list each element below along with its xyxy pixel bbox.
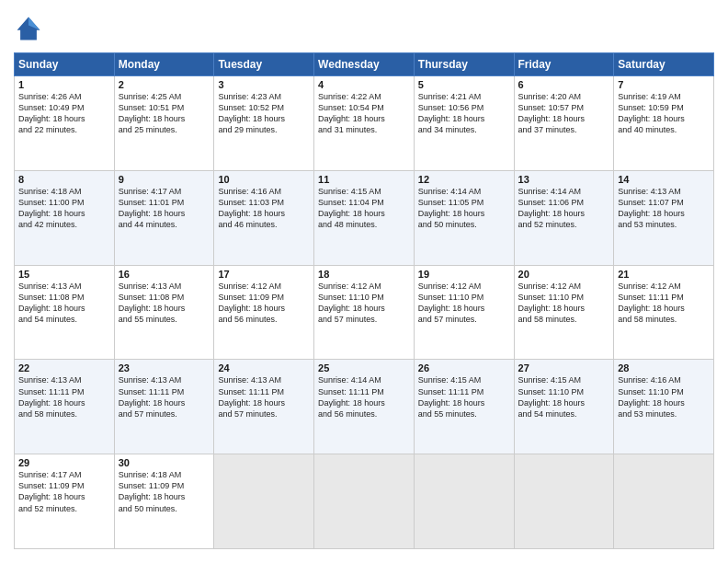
weekday-header: Friday xyxy=(514,53,614,76)
day-number: 27 xyxy=(518,362,610,373)
calendar-cell xyxy=(214,454,314,549)
day-number: 10 xyxy=(218,174,310,185)
day-number: 5 xyxy=(418,79,510,90)
cell-info: Sunrise: 4:13 AMSunset: 11:07 PMDaylight… xyxy=(618,186,710,231)
calendar-cell: 16Sunrise: 4:13 AMSunset: 11:08 PMDaylig… xyxy=(114,265,214,360)
cell-info: Sunrise: 4:18 AMSunset: 11:09 PMDaylight… xyxy=(119,469,210,514)
cell-info: Sunrise: 4:14 AMSunset: 11:06 PMDaylight… xyxy=(518,186,610,231)
day-number: 9 xyxy=(119,174,210,185)
day-number: 7 xyxy=(618,79,710,90)
day-number: 12 xyxy=(418,174,510,185)
calendar-cell: 20Sunrise: 4:12 AMSunset: 11:10 PMDaylig… xyxy=(514,265,614,360)
weekday-header: Saturday xyxy=(614,53,714,76)
calendar-cell xyxy=(314,454,415,549)
calendar-week-row: 1Sunrise: 4:26 AMSunset: 10:49 PMDayligh… xyxy=(15,76,714,171)
calendar-cell: 3Sunrise: 4:23 AMSunset: 10:52 PMDayligh… xyxy=(214,76,314,171)
cell-info: Sunrise: 4:15 AMSunset: 11:04 PMDaylight… xyxy=(318,186,410,231)
day-number: 17 xyxy=(218,269,310,280)
calendar-cell: 5Sunrise: 4:21 AMSunset: 10:56 PMDayligh… xyxy=(414,76,514,171)
header xyxy=(14,14,714,43)
cell-info: Sunrise: 4:18 AMSunset: 11:00 PMDaylight… xyxy=(18,186,110,231)
calendar-table: SundayMondayTuesdayWednesdayThursdayFrid… xyxy=(14,52,714,549)
day-number: 30 xyxy=(119,457,210,468)
cell-info: Sunrise: 4:12 AMSunset: 11:10 PMDaylight… xyxy=(318,281,410,326)
day-number: 16 xyxy=(119,269,210,280)
day-number: 2 xyxy=(119,79,210,90)
calendar-cell: 19Sunrise: 4:12 AMSunset: 11:10 PMDaylig… xyxy=(414,265,514,360)
logo xyxy=(14,14,47,43)
calendar-cell: 27Sunrise: 4:15 AMSunset: 11:10 PMDaylig… xyxy=(514,360,614,454)
calendar-cell xyxy=(414,454,514,549)
weekday-header: Thursday xyxy=(414,53,514,76)
cell-info: Sunrise: 4:23 AMSunset: 10:52 PMDaylight… xyxy=(218,91,310,136)
calendar-cell: 21Sunrise: 4:12 AMSunset: 11:11 PMDaylig… xyxy=(614,265,714,360)
day-number: 15 xyxy=(18,269,110,280)
calendar-cell xyxy=(614,454,714,549)
weekday-header: Monday xyxy=(114,53,214,76)
cell-info: Sunrise: 4:17 AMSunset: 11:09 PMDaylight… xyxy=(18,469,110,514)
day-number: 23 xyxy=(119,362,210,373)
calendar-cell: 17Sunrise: 4:12 AMSunset: 11:09 PMDaylig… xyxy=(214,265,314,360)
calendar-cell xyxy=(514,454,614,549)
cell-info: Sunrise: 4:12 AMSunset: 11:10 PMDaylight… xyxy=(518,281,610,326)
weekday-header: Sunday xyxy=(15,53,115,76)
calendar-cell: 14Sunrise: 4:13 AMSunset: 11:07 PMDaylig… xyxy=(614,170,714,265)
day-number: 22 xyxy=(18,362,110,373)
calendar-cell: 23Sunrise: 4:13 AMSunset: 11:11 PMDaylig… xyxy=(114,360,214,454)
day-number: 1 xyxy=(18,79,110,90)
day-number: 6 xyxy=(518,79,610,90)
day-number: 25 xyxy=(318,362,410,373)
cell-info: Sunrise: 4:13 AMSunset: 11:11 PMDaylight… xyxy=(119,374,210,419)
day-number: 11 xyxy=(318,174,410,185)
calendar-cell: 25Sunrise: 4:14 AMSunset: 11:11 PMDaylig… xyxy=(314,360,415,454)
cell-info: Sunrise: 4:14 AMSunset: 11:11 PMDaylight… xyxy=(318,374,410,419)
cell-info: Sunrise: 4:25 AMSunset: 10:51 PMDaylight… xyxy=(119,91,210,136)
calendar-cell: 11Sunrise: 4:15 AMSunset: 11:04 PMDaylig… xyxy=(314,170,415,265)
calendar-cell: 12Sunrise: 4:14 AMSunset: 11:05 PMDaylig… xyxy=(414,170,514,265)
calendar-week-row: 29Sunrise: 4:17 AMSunset: 11:09 PMDaylig… xyxy=(15,454,714,549)
calendar-cell: 6Sunrise: 4:20 AMSunset: 10:57 PMDayligh… xyxy=(514,76,614,171)
calendar-cell: 28Sunrise: 4:16 AMSunset: 11:10 PMDaylig… xyxy=(614,360,714,454)
cell-info: Sunrise: 4:19 AMSunset: 10:59 PMDaylight… xyxy=(618,91,710,136)
page: SundayMondayTuesdayWednesdayThursdayFrid… xyxy=(0,0,728,563)
calendar-cell: 26Sunrise: 4:15 AMSunset: 11:11 PMDaylig… xyxy=(414,360,514,454)
day-number: 8 xyxy=(18,174,110,185)
calendar-cell: 22Sunrise: 4:13 AMSunset: 11:11 PMDaylig… xyxy=(15,360,115,454)
day-number: 26 xyxy=(418,362,510,373)
calendar-week-row: 15Sunrise: 4:13 AMSunset: 11:08 PMDaylig… xyxy=(15,265,714,360)
calendar-cell: 8Sunrise: 4:18 AMSunset: 11:00 PMDayligh… xyxy=(15,170,115,265)
cell-info: Sunrise: 4:16 AMSunset: 11:10 PMDaylight… xyxy=(618,374,710,419)
cell-info: Sunrise: 4:17 AMSunset: 11:01 PMDaylight… xyxy=(119,186,210,231)
calendar-cell: 15Sunrise: 4:13 AMSunset: 11:08 PMDaylig… xyxy=(15,265,115,360)
calendar-cell: 4Sunrise: 4:22 AMSunset: 10:54 PMDayligh… xyxy=(314,76,415,171)
calendar-cell: 1Sunrise: 4:26 AMSunset: 10:49 PMDayligh… xyxy=(15,76,115,171)
cell-info: Sunrise: 4:12 AMSunset: 11:11 PMDaylight… xyxy=(618,281,710,326)
calendar-cell: 18Sunrise: 4:12 AMSunset: 11:10 PMDaylig… xyxy=(314,265,415,360)
day-number: 20 xyxy=(518,269,610,280)
calendar-cell: 2Sunrise: 4:25 AMSunset: 10:51 PMDayligh… xyxy=(114,76,214,171)
calendar-cell: 30Sunrise: 4:18 AMSunset: 11:09 PMDaylig… xyxy=(114,454,214,549)
day-number: 21 xyxy=(618,269,710,280)
weekday-header: Wednesday xyxy=(314,53,415,76)
cell-info: Sunrise: 4:14 AMSunset: 11:05 PMDaylight… xyxy=(418,186,510,231)
day-number: 29 xyxy=(18,457,110,468)
day-number: 28 xyxy=(618,362,710,373)
calendar-week-row: 22Sunrise: 4:13 AMSunset: 11:11 PMDaylig… xyxy=(15,360,714,454)
cell-info: Sunrise: 4:20 AMSunset: 10:57 PMDaylight… xyxy=(518,91,610,136)
calendar-cell: 10Sunrise: 4:16 AMSunset: 11:03 PMDaylig… xyxy=(214,170,314,265)
calendar-cell: 29Sunrise: 4:17 AMSunset: 11:09 PMDaylig… xyxy=(15,454,115,549)
cell-info: Sunrise: 4:12 AMSunset: 11:10 PMDaylight… xyxy=(418,281,510,326)
day-number: 3 xyxy=(218,79,310,90)
weekday-header: Tuesday xyxy=(214,53,314,76)
day-number: 24 xyxy=(218,362,310,373)
cell-info: Sunrise: 4:22 AMSunset: 10:54 PMDaylight… xyxy=(318,91,410,136)
cell-info: Sunrise: 4:13 AMSunset: 11:11 PMDaylight… xyxy=(218,374,310,419)
calendar-cell: 9Sunrise: 4:17 AMSunset: 11:01 PMDayligh… xyxy=(114,170,214,265)
day-number: 14 xyxy=(618,174,710,185)
day-number: 19 xyxy=(418,269,510,280)
cell-info: Sunrise: 4:15 AMSunset: 11:11 PMDaylight… xyxy=(418,374,510,419)
day-number: 18 xyxy=(318,269,410,280)
cell-info: Sunrise: 4:13 AMSunset: 11:08 PMDaylight… xyxy=(18,281,110,326)
calendar-header: SundayMondayTuesdayWednesdayThursdayFrid… xyxy=(15,53,714,76)
cell-info: Sunrise: 4:15 AMSunset: 11:10 PMDaylight… xyxy=(518,374,610,419)
